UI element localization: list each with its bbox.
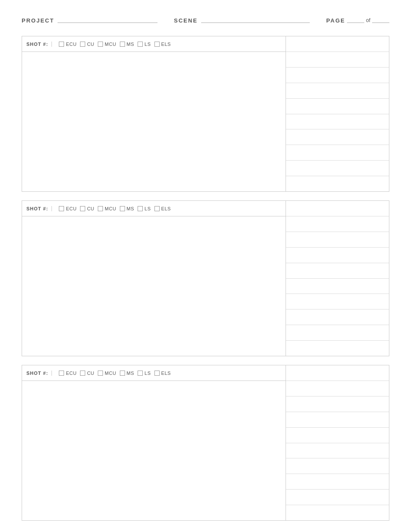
of-label: of bbox=[366, 17, 370, 23]
shot-type-ecu-1: ECU bbox=[59, 42, 77, 47]
shot-right-3 bbox=[286, 365, 389, 520]
shot-right-row-2-9 bbox=[286, 325, 389, 341]
shot-right-1 bbox=[286, 36, 389, 191]
project-label: PROJECT bbox=[22, 17, 54, 24]
shot-right-row-3-3 bbox=[286, 397, 389, 412]
shot-drawing-area-1[interactable] bbox=[22, 52, 286, 191]
checkbox-ms-3[interactable] bbox=[120, 371, 125, 376]
checkbox-mcu-3[interactable] bbox=[98, 371, 103, 376]
shot-type-label-ms-3: MS bbox=[127, 371, 135, 376]
shot-block-1: SHOT #: ECU CU bbox=[22, 36, 389, 192]
checkbox-ls-1[interactable] bbox=[138, 42, 143, 47]
shot-type-label-ecu-2: ECU bbox=[66, 206, 77, 211]
shot-drawing-area-2[interactable] bbox=[22, 216, 286, 356]
shot-type-label-els-3: ELS bbox=[161, 371, 171, 376]
shot-type-label-els-1: ELS bbox=[161, 42, 171, 47]
shot-type-label-ecu-1: ECU bbox=[66, 42, 77, 47]
shot-type-cu-3: CU bbox=[80, 371, 94, 376]
shot-right-row-2-4 bbox=[286, 248, 389, 263]
shot-type-options-2: ECU CU MCU bbox=[59, 206, 170, 211]
shot-left-2: SHOT #: ECU CU bbox=[22, 201, 286, 356]
shot-right-row-3-8 bbox=[286, 474, 389, 490]
shot-type-els-2: ELS bbox=[154, 206, 171, 211]
scene-field: SCENE bbox=[174, 17, 313, 24]
shot-right-row-2-3 bbox=[286, 232, 389, 248]
page-field: PAGE of bbox=[326, 17, 389, 24]
shot-right-row-2-6 bbox=[286, 279, 389, 294]
shot-right-row-1-9 bbox=[286, 161, 389, 176]
shot-type-ls-1: LS bbox=[138, 42, 151, 47]
shot-drawing-area-3[interactable] bbox=[22, 381, 286, 520]
shot-right-2 bbox=[286, 201, 389, 356]
shot-right-row-3-9 bbox=[286, 490, 389, 505]
shot-right-row-2-8 bbox=[286, 310, 389, 325]
shot-type-label-ms-2: MS bbox=[127, 206, 135, 211]
shot-type-label-mcu-2: MCU bbox=[105, 206, 116, 211]
shot-type-label-ls-1: LS bbox=[144, 42, 151, 47]
shot-number-label-2: SHOT #: bbox=[26, 206, 52, 211]
checkbox-els-3[interactable] bbox=[154, 371, 160, 376]
shot-number-label-3: SHOT #: bbox=[26, 371, 52, 376]
shot-right-row-2-5 bbox=[286, 263, 389, 279]
checkbox-mcu-2[interactable] bbox=[98, 206, 103, 211]
shot-type-mcu-3: MCU bbox=[98, 371, 116, 376]
shot-right-row-3-7 bbox=[286, 458, 389, 474]
shot-type-label-mcu-3: MCU bbox=[105, 371, 116, 376]
shot-type-cu-1: CU bbox=[80, 42, 94, 47]
scene-label: SCENE bbox=[174, 17, 198, 24]
shot-right-row-3-10 bbox=[286, 505, 389, 520]
shot-right-row-1-3 bbox=[286, 68, 389, 83]
checkbox-mcu-1[interactable] bbox=[98, 42, 103, 47]
checkbox-ecu-2[interactable] bbox=[59, 206, 64, 211]
shot-right-row-3-6 bbox=[286, 443, 389, 459]
checkbox-cu-2[interactable] bbox=[80, 206, 85, 211]
page-header: PROJECT SCENE PAGE of bbox=[22, 17, 389, 24]
shot-type-els-1: ELS bbox=[154, 42, 171, 47]
shot-right-row-1-5 bbox=[286, 99, 389, 114]
shot-type-els-3: ELS bbox=[154, 371, 171, 376]
checkbox-cu-3[interactable] bbox=[80, 371, 85, 376]
scene-line bbox=[201, 23, 310, 23]
page: PROJECT SCENE PAGE of SHOT #: bbox=[0, 0, 411, 532]
project-line bbox=[58, 23, 157, 23]
checkbox-ls-3[interactable] bbox=[138, 371, 143, 376]
checkbox-els-1[interactable] bbox=[154, 42, 160, 47]
shot-header-2: SHOT #: ECU CU bbox=[22, 201, 286, 216]
shot-right-row-1-10 bbox=[286, 176, 389, 191]
shot-right-row-1-7 bbox=[286, 129, 389, 145]
shot-type-label-ecu-3: ECU bbox=[66, 371, 77, 376]
shot-number-label-1: SHOT #: bbox=[26, 42, 52, 47]
shot-right-row-1-6 bbox=[286, 114, 389, 130]
checkbox-ecu-3[interactable] bbox=[59, 371, 64, 376]
shot-block-3: SHOT #: ECU CU bbox=[22, 365, 389, 521]
page-total-line bbox=[372, 23, 389, 23]
shot-type-ecu-2: ECU bbox=[59, 206, 77, 211]
shot-right-row-3-1 bbox=[286, 365, 389, 381]
shot-type-label-els-2: ELS bbox=[161, 206, 171, 211]
checkbox-ms-1[interactable] bbox=[120, 42, 125, 47]
shot-right-row-1-4 bbox=[286, 83, 389, 99]
shot-blocks-container: SHOT #: ECU CU bbox=[22, 36, 389, 521]
shot-left-1: SHOT #: ECU CU bbox=[22, 36, 286, 191]
shot-type-label-cu-1: CU bbox=[87, 42, 94, 47]
project-field: PROJECT bbox=[22, 17, 161, 24]
shot-right-row-2-1 bbox=[286, 201, 389, 216]
shot-right-row-2-2 bbox=[286, 216, 389, 232]
shot-type-label-ls-3: LS bbox=[144, 371, 151, 376]
page-number-line bbox=[347, 23, 364, 23]
shot-type-label-ls-2: LS bbox=[144, 206, 151, 211]
checkbox-ms-2[interactable] bbox=[120, 206, 125, 211]
shot-left-3: SHOT #: ECU CU bbox=[22, 365, 286, 520]
shot-type-ecu-3: ECU bbox=[59, 371, 77, 376]
checkbox-cu-1[interactable] bbox=[80, 42, 85, 47]
shot-right-row-2-10 bbox=[286, 341, 389, 356]
shot-type-label-ms-1: MS bbox=[127, 42, 135, 47]
shot-header-1: SHOT #: ECU CU bbox=[22, 36, 286, 52]
checkbox-ecu-1[interactable] bbox=[59, 42, 64, 47]
shot-type-cu-2: CU bbox=[80, 206, 94, 211]
shot-type-label-mcu-1: MCU bbox=[105, 42, 116, 47]
checkbox-els-2[interactable] bbox=[154, 206, 160, 211]
shot-type-ms-3: MS bbox=[120, 371, 135, 376]
checkbox-ls-2[interactable] bbox=[138, 206, 143, 211]
shot-right-row-1-8 bbox=[286, 145, 389, 161]
